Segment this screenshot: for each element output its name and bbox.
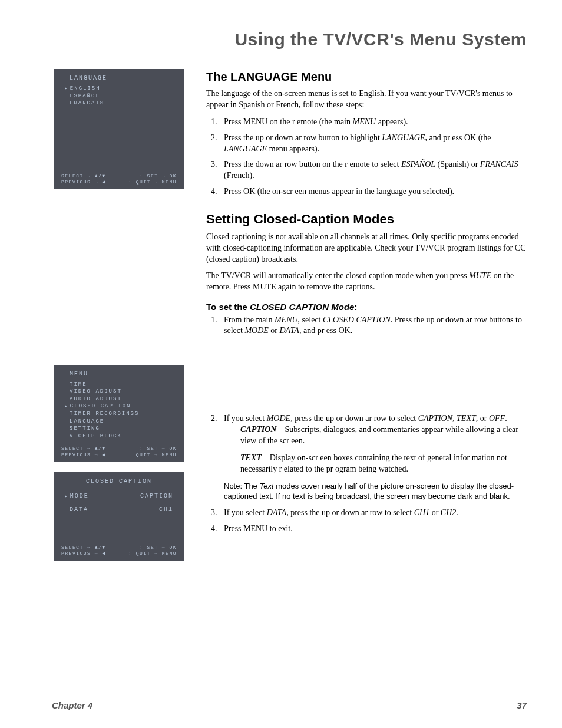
ordered-list: If you select MODE, press the up or down… (206, 413, 527, 534)
list-item: If you select DATA, press the up or down… (219, 508, 527, 519)
list-item: Press the down ar row button on the r em… (219, 159, 527, 182)
ordered-list: From the main MENU, select CLOSED CAPTIO… (206, 315, 527, 337)
heading-language-menu: The LANGUAGE Menu (206, 69, 527, 85)
note: Note: The Text modes cover nearly half o… (224, 481, 527, 502)
osd-item: VIDEO ADJUST (61, 388, 177, 396)
osd-item: ENGLISH (61, 85, 177, 93)
list-item: From the main MENU, select CLOSED CAPTIO… (219, 315, 527, 337)
osd-item: LANGUAGE (61, 418, 177, 426)
osd-closed-caption: CLOSED CAPTION MODE CAPTION DATA CH1 SEL… (54, 472, 184, 561)
title-rule (52, 52, 527, 52)
osd-item: AUDIO ADJUST (61, 396, 177, 403)
osd-item: TIMER RECORDINGS (61, 410, 177, 418)
osd-footer: SELECT → ▲/▼: SET → OK PREVIOUS → ◀: QUI… (61, 444, 177, 458)
osd-item: SETTING (61, 425, 177, 433)
list-item: Press the up or down ar row button to hi… (219, 133, 527, 155)
osd-title: LANGUAGE (61, 75, 177, 81)
osd-footer: SELECT → ▲/▼: SET → OK PREVIOUS → ◀: QUI… (61, 172, 177, 186)
osd-item: TIME (61, 381, 177, 388)
main-content: The LANGUAGE Menu The language of the on… (206, 69, 527, 689)
sidebar: LANGUAGE ENGLISH ESPAÑOL FRANCAIS SELECT… (52, 69, 190, 689)
subheading-set-cc-mode: To set the CLOSED CAPTION Mode: (206, 301, 527, 313)
paragraph: The language of the on-screen menus is s… (206, 88, 527, 111)
list-item: Press MENU to exit. (219, 523, 527, 535)
paragraph: Closed captioning is not available on al… (206, 232, 527, 265)
list-item: Press OK (the on-scr een menus appear in… (219, 186, 527, 197)
page-footer: Chapter 4 37 (52, 689, 527, 710)
paragraph: The TV/VCR will automatically enter the … (206, 271, 527, 293)
list-item: Press MENU on the r emote (the main MENU… (219, 117, 527, 128)
page-title: Using the TV/VCR's Menu System (52, 29, 527, 50)
osd-row: MODE CAPTION (61, 492, 177, 500)
osd-language: LANGUAGE ENGLISH ESPAÑOL FRANCAIS SELECT… (54, 69, 184, 189)
osd-item: ESPAÑOL (61, 93, 177, 100)
ordered-list: Press MENU on the r emote (the main MENU… (206, 117, 527, 197)
osd-title: CLOSED CAPTION (61, 478, 177, 485)
osd-item: CLOSED CAPTION (61, 403, 177, 410)
heading-closed-caption: Setting Closed-Caption Modes (206, 210, 527, 228)
osd-item: FRANCAIS (61, 100, 177, 107)
osd-footer: SELECT → ▲/▼: SET → OK PREVIOUS → ◀: QUI… (61, 543, 177, 557)
osd-title: MENU (61, 371, 177, 377)
osd-item: V-CHIP BLOCK (61, 433, 177, 440)
page-number: 37 (517, 700, 527, 710)
osd-menu: MENU TIME VIDEO ADJUST AUDIO ADJUST CLOS… (54, 365, 184, 462)
osd-row: DATA CH1 (61, 505, 177, 514)
list-item: If you select MODE, press the up or down… (219, 413, 527, 502)
definition-text: TEXTDisplay on-scr een boxes containing … (240, 453, 527, 475)
definition-caption: CAPTIONSubscripts, dialogues, and commen… (240, 424, 527, 447)
chapter-label: Chapter 4 (52, 700, 92, 710)
